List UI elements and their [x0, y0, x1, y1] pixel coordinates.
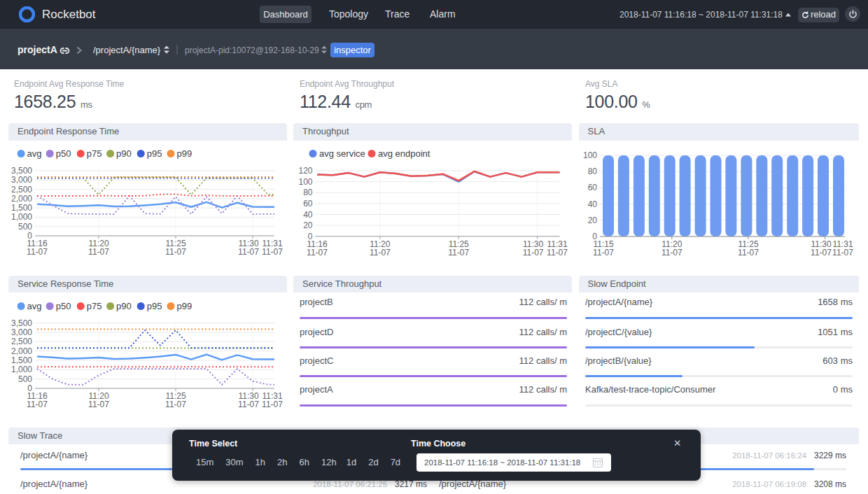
svg-text:p95: p95	[147, 148, 162, 159]
svg-text:2,500: 2,500	[11, 337, 32, 346]
svg-text:80: 80	[588, 167, 598, 176]
svg-text:3,500: 3,500	[11, 318, 32, 328]
svg-text:2,000: 2,000	[11, 194, 32, 204]
svg-text:11-07: 11-07	[448, 248, 469, 257]
svg-text:120: 120	[298, 166, 312, 176]
svg-text:p95: p95	[147, 301, 162, 311]
svg-text:100: 100	[583, 150, 597, 160]
svg-text:11-07: 11-07	[523, 248, 544, 257]
svg-text:11-07: 11-07	[238, 247, 259, 257]
svg-text:p90: p90	[116, 148, 132, 159]
svg-text:100: 100	[298, 177, 312, 187]
svg-text:2,500: 2,500	[11, 185, 32, 195]
svg-text:avg endpoint: avg endpoint	[378, 148, 430, 159]
svg-text:3,500: 3,500	[11, 166, 32, 176]
svg-text:11-07: 11-07	[238, 400, 259, 409]
svg-text:11-07: 11-07	[165, 400, 186, 409]
svg-text:1,500: 1,500	[11, 203, 32, 213]
svg-text:500: 500	[18, 374, 32, 384]
svg-text:60: 60	[588, 183, 598, 192]
svg-text:11-07: 11-07	[307, 248, 328, 257]
svg-text:11-07: 11-07	[662, 248, 682, 257]
svg-text:11-07: 11-07	[738, 248, 759, 257]
svg-text:p90: p90	[116, 301, 132, 311]
svg-text:avg service: avg service	[319, 148, 365, 159]
svg-text:p50: p50	[56, 301, 71, 311]
svg-text:11-07: 11-07	[262, 247, 283, 257]
svg-text:11-07: 11-07	[27, 247, 48, 257]
svg-text:3,000: 3,000	[11, 175, 32, 185]
svg-text:11-07: 11-07	[88, 247, 109, 257]
svg-text:3,000: 3,000	[11, 327, 32, 337]
svg-text:60: 60	[303, 199, 313, 209]
svg-text:p50: p50	[56, 148, 71, 159]
svg-text:80: 80	[303, 188, 313, 197]
svg-text:avg: avg	[27, 301, 42, 311]
svg-text:p75: p75	[87, 148, 102, 159]
svg-text:1,000: 1,000	[11, 365, 32, 374]
svg-text:11-07: 11-07	[88, 400, 109, 409]
svg-text:11-07: 11-07	[593, 248, 614, 257]
svg-text:avg: avg	[27, 148, 42, 159]
svg-text:11-07: 11-07	[27, 400, 48, 409]
svg-text:40: 40	[588, 199, 598, 209]
svg-text:p99: p99	[177, 301, 192, 311]
svg-text:20: 20	[303, 220, 313, 230]
svg-text:2,000: 2,000	[11, 346, 32, 356]
svg-text:1,000: 1,000	[11, 212, 32, 222]
svg-text:p75: p75	[87, 301, 102, 311]
svg-text:11-07: 11-07	[165, 247, 186, 257]
svg-text:11-07: 11-07	[547, 248, 568, 257]
svg-text:p99: p99	[177, 148, 192, 159]
svg-text:40: 40	[303, 210, 313, 220]
svg-text:20: 20	[588, 216, 598, 225]
svg-text:500: 500	[18, 222, 32, 232]
svg-text:1,500: 1,500	[11, 355, 32, 365]
svg-text:11-07: 11-07	[811, 248, 832, 257]
svg-text:11-07: 11-07	[370, 248, 391, 257]
svg-text:11-07: 11-07	[832, 248, 853, 257]
svg-text:11-07: 11-07	[262, 400, 283, 409]
